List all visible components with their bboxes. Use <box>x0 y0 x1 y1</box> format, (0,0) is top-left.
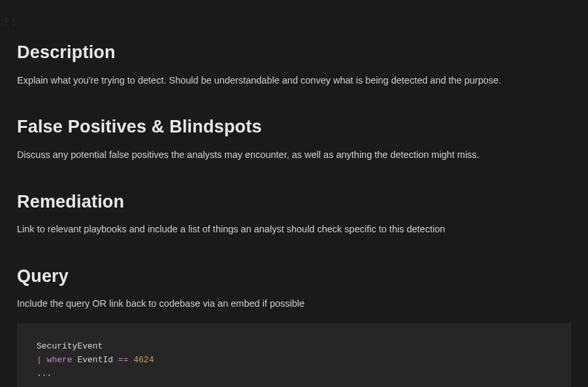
query-code-block: SecurityEvent | where EventId == 4624 ..… <box>17 323 571 387</box>
description-heading: Description <box>17 39 571 66</box>
query-heading: Query <box>17 263 571 290</box>
code-token-pipe: | <box>37 355 42 365</box>
code-token-number: 4624 <box>128 355 154 365</box>
code-token-identifier: SecurityEvent <box>37 341 103 351</box>
code-token-keyword: where <box>42 355 78 365</box>
code-token-field: EventId <box>77 355 118 365</box>
code-token-operator: == <box>118 355 129 365</box>
drag-handle-icon: ⋮⋮ <box>3 16 17 27</box>
false-positives-heading: False Positives & Blindspots <box>17 114 571 140</box>
query-body: Include the query OR link back to codeba… <box>17 297 571 311</box>
remediation-body: Link to relevant playbooks and include a… <box>17 223 571 237</box>
description-body: Explain what you're trying to detect. Sh… <box>17 74 571 88</box>
code-token-ellipsis: ... <box>37 369 52 379</box>
false-positives-body: Discuss any potential false positives th… <box>17 148 571 163</box>
remediation-heading: Remediation <box>17 189 571 215</box>
